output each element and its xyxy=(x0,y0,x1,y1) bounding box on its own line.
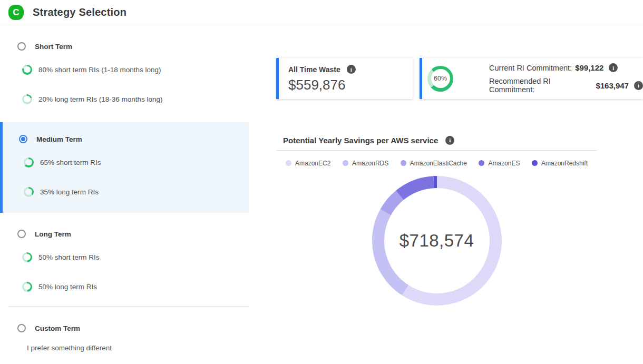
app-logo-icon: C xyxy=(8,5,24,20)
allocation-label: 50% short term RIs xyxy=(38,253,100,261)
option-label: Short Term xyxy=(35,43,72,51)
legend-dot-icon xyxy=(286,160,291,166)
radio-short-term[interactable] xyxy=(17,42,26,51)
ri-commitment-card: 60% Current RI Commitment: $99,122 Recom… xyxy=(420,58,643,99)
donut-chart: $718,574 xyxy=(372,176,502,306)
recommended-commitment-value: $163,947 xyxy=(596,81,629,90)
allocation-label: 80% short term RIs (1-18 months long) xyxy=(38,66,161,74)
option-long-term[interactable]: Long Term xyxy=(0,225,249,242)
legend-dot-icon xyxy=(479,160,484,166)
recommended-commitment-row: Recommended RI Commitment: $163,947 xyxy=(489,77,643,94)
legend-dot-icon xyxy=(401,160,406,166)
list-item: 35% long term RIs xyxy=(3,177,249,206)
legend-label: AmazonRDS xyxy=(352,160,388,167)
summary-cards: All Time Waste $559,876 60% Current RI C… xyxy=(276,58,643,99)
main: Short Term 80% short term RIs (1-18 mont… xyxy=(0,25,643,352)
option-short-term[interactable]: Short Term xyxy=(0,38,249,55)
radio-custom-term[interactable] xyxy=(17,324,26,332)
current-commitment-value: $99,122 xyxy=(575,63,603,72)
commitment-ring: 60% xyxy=(427,66,453,92)
progress-ring-icon xyxy=(22,65,32,75)
allocation-label: 20% long term RIs (18-36 months long) xyxy=(38,95,163,103)
progress-ring-icon xyxy=(24,187,34,197)
current-commitment-row: Current RI Commitment: $99,122 xyxy=(489,63,643,72)
waste-value: $559,876 xyxy=(288,77,413,93)
radio-long-term[interactable] xyxy=(17,230,26,238)
legend-item-amazones[interactable]: AmazonES xyxy=(479,159,520,167)
chart-title: Potential Yearly Savings per AWS service xyxy=(283,136,438,145)
option-label: Long Term xyxy=(35,230,71,238)
progress-ring-icon xyxy=(24,158,34,168)
list-item: 65% short term RIs xyxy=(3,147,249,177)
option-custom-term[interactable]: Custom Term xyxy=(0,320,249,337)
legend-label: AmazonElastiCache xyxy=(410,160,467,167)
list-item: 20% long term RIs (18-36 months long) xyxy=(0,84,249,114)
donut-svg xyxy=(372,176,502,306)
progress-ring-icon xyxy=(22,94,32,104)
header: C Strategy Selection xyxy=(0,0,643,25)
info-icon[interactable] xyxy=(634,81,643,90)
info-icon[interactable] xyxy=(445,136,454,145)
list-item: 50% short term RIs xyxy=(0,242,249,272)
legend-item-amazonredshift[interactable]: AmazonRedshift xyxy=(532,159,588,167)
legend-label: AmazonES xyxy=(488,160,520,167)
allocation-label: 65% short term RIs xyxy=(40,159,101,166)
legend-label: AmazonEC2 xyxy=(295,160,330,167)
option-label: Medium Term xyxy=(36,135,82,143)
content: All Time Waste $559,876 60% Current RI C… xyxy=(249,25,643,352)
current-commitment-label: Current RI Commitment: xyxy=(489,64,572,72)
legend-dot-icon xyxy=(343,160,348,166)
commitment-ring-label: 60% xyxy=(431,69,450,88)
selected-option-panel: Medium Term 65% short term RIs 35% long … xyxy=(0,122,249,213)
savings-chart-section: Potential Yearly Savings per AWS service… xyxy=(276,135,597,306)
chart-legend: AmazonEC2 AmazonRDS AmazonElastiCache Am… xyxy=(276,159,597,167)
legend-item-amazonec2[interactable]: AmazonEC2 xyxy=(286,159,330,167)
legend-label: AmazonRedshift xyxy=(541,160,588,167)
legend-dot-icon xyxy=(532,160,538,166)
all-time-waste-card: All Time Waste $559,876 xyxy=(276,58,413,99)
allocation-label: 35% long term RIs xyxy=(40,188,99,196)
strategy-options-panel: Short Term 80% short term RIs (1-18 mont… xyxy=(0,25,249,352)
progress-ring-icon xyxy=(22,252,32,262)
list-item: 80% short term RIs (1-18 months long) xyxy=(0,55,249,84)
progress-ring-icon xyxy=(22,282,32,292)
option-label: Custom Term xyxy=(35,324,80,332)
radio-medium-term[interactable] xyxy=(19,135,27,143)
list-item: 50% long term RIs xyxy=(0,272,249,301)
info-icon[interactable] xyxy=(347,65,356,74)
divider xyxy=(276,150,597,151)
info-icon[interactable] xyxy=(609,63,618,72)
custom-term-description: I prefer something different xyxy=(0,344,249,352)
allocation-label: 50% long term RIs xyxy=(38,283,97,291)
legend-item-amazonelasticache[interactable]: AmazonElastiCache xyxy=(401,159,467,167)
recommended-commitment-label: Recommended RI Commitment: xyxy=(489,77,592,94)
strategy-selection-page: C Strategy Selection Short Term 80% shor… xyxy=(0,0,643,364)
commitment-lines: Current RI Commitment: $99,122 Recommend… xyxy=(489,63,643,94)
legend-item-amazonrds[interactable]: AmazonRDS xyxy=(343,159,388,167)
option-medium-term[interactable]: Medium Term xyxy=(3,131,249,147)
page-title: Strategy Selection xyxy=(33,6,126,18)
card-title: All Time Waste xyxy=(288,65,340,74)
divider xyxy=(8,307,249,307)
